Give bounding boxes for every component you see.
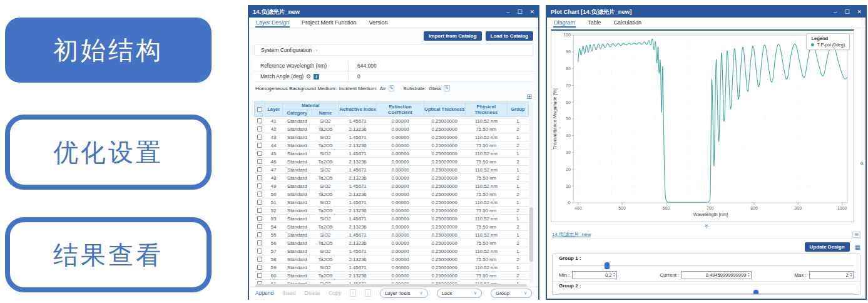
col-refractive-index[interactable]: Refractive Index: [339, 102, 376, 117]
row-checkbox-cell[interactable]: [255, 264, 265, 272]
table-row[interactable]: 42 Standard Ta2O5 2.13236 0.00000 0.2500…: [255, 125, 529, 133]
row-checkbox-cell[interactable]: [255, 198, 265, 207]
checkbox-icon[interactable]: [257, 208, 262, 213]
col-category[interactable]: Category: [282, 110, 312, 117]
checkbox-icon[interactable]: [257, 151, 262, 156]
checkbox-icon[interactable]: [257, 273, 262, 278]
row-checkbox-cell[interactable]: [255, 239, 265, 247]
expand-toggle-icon[interactable]: ⊞: [852, 232, 860, 238]
layer-tools-dropdown[interactable]: Layer Tools ∨: [380, 289, 428, 298]
table-row[interactable]: 48 Standard Ta2O5 2.13236 0.00000 0.2500…: [255, 174, 529, 182]
table-row[interactable]: 57 Standard SiO2 1.45671 0.00000 0.25000…: [255, 247, 529, 255]
nav-button-optimization-settings[interactable]: 优化设置: [5, 115, 212, 190]
checkbox-icon[interactable]: [257, 135, 262, 140]
row-checkbox-cell[interactable]: [255, 158, 265, 166]
table-row[interactable]: 41 Standard SiO2 1.45671 0.00000 0.25000…: [255, 117, 529, 125]
close-icon[interactable]: ✕: [529, 9, 534, 15]
row-checkbox-cell[interactable]: [255, 207, 265, 215]
table-row[interactable]: 53 Standard SiO2 1.45671 0.00000 0.25000…: [255, 215, 529, 223]
slider-thumb[interactable]: [605, 262, 610, 269]
col-material[interactable]: Material: [282, 102, 339, 110]
row-checkbox-cell[interactable]: [255, 117, 265, 125]
checkbox-icon[interactable]: [257, 240, 262, 245]
table-row[interactable]: 47 Standard SiO2 1.45671 0.00000 0.25000…: [255, 166, 529, 174]
spinner-icon[interactable]: ▴▾: [613, 272, 615, 277]
group-slider[interactable]: [559, 289, 854, 295]
reference-wavelength-field[interactable]: 644.000: [348, 61, 377, 71]
spinner-icon[interactable]: ▴▾: [748, 272, 749, 277]
col-extinction-coefficient[interactable]: Extinction Coefficient: [377, 102, 424, 117]
table-vertical-scrollbar[interactable]: [529, 101, 533, 284]
checkbox-icon[interactable]: [257, 175, 262, 180]
select-all-checkbox-header[interactable]: [255, 102, 265, 117]
col-optical-thickness[interactable]: Optical Thickness: [424, 102, 465, 117]
checkbox-icon[interactable]: [257, 265, 262, 270]
current-input[interactable]: 0.49459999999999▴▾: [682, 271, 751, 279]
row-checkbox-cell[interactable]: [255, 255, 265, 264]
checkbox-icon[interactable]: [257, 192, 262, 197]
checkbox-icon[interactable]: [257, 224, 262, 229]
edit-substrate-icon[interactable]: ✎: [444, 85, 450, 91]
move-down-icon[interactable]: ↓: [365, 289, 371, 297]
table-row[interactable]: 44 Standard Ta2O5 2.13236 0.00000 0.2500…: [255, 141, 529, 150]
table-row[interactable]: 50 Standard Ta2O5 2.13236 0.00000 0.2500…: [255, 190, 529, 198]
tab-diagram[interactable]: Diagram: [553, 18, 576, 28]
collapse-panel-icon[interactable]: «: [860, 159, 864, 167]
nav-button-initial-structure[interactable]: 初始结构: [5, 18, 212, 83]
menu-project-merit-function[interactable]: Project Merit Function: [301, 18, 357, 28]
checkbox-icon[interactable]: [257, 143, 262, 148]
checkbox-icon[interactable]: [257, 167, 262, 172]
table-row[interactable]: 59 Standard SiO2 1.45671 0.00000 0.25000…: [255, 264, 529, 272]
checkbox-icon[interactable]: [257, 200, 262, 205]
append-button[interactable]: Append: [255, 290, 273, 296]
row-checkbox-cell[interactable]: [255, 215, 265, 223]
table-row[interactable]: 49 Standard SiO2 1.45671 0.00000 0.25000…: [255, 182, 529, 190]
slider-thumb[interactable]: [753, 290, 758, 295]
min-input[interactable]: 0.2▴▾: [572, 271, 616, 279]
group-dropdown[interactable]: Group ∨: [491, 289, 532, 298]
maximize-icon[interactable]: ☐: [844, 9, 849, 15]
update-design-button[interactable]: Update Design: [805, 242, 850, 252]
table-row[interactable]: 45 Standard SiO2 1.45671 0.00000 0.25000…: [255, 150, 529, 158]
tab-calculation[interactable]: Calculation: [613, 18, 643, 28]
menu-layer-design[interactable]: Layer Design: [255, 18, 290, 28]
export-design-icon[interactable]: ▦: [855, 244, 860, 250]
insert-button[interactable]: Insert: [282, 290, 295, 296]
move-up-icon[interactable]: ↑: [350, 289, 356, 297]
info-icon[interactable]: i: [314, 74, 319, 80]
system-configuration-bar[interactable]: System Configuration ›: [254, 44, 533, 56]
col-layer[interactable]: Layer: [265, 102, 282, 117]
checkbox-icon[interactable]: [257, 232, 262, 237]
checkbox-icon[interactable]: [257, 257, 262, 262]
row-checkbox-cell[interactable]: [255, 247, 265, 255]
col-name[interactable]: Name: [312, 110, 339, 117]
table-row[interactable]: 58 Standard Ta2O5 2.13236 0.00000 0.2500…: [255, 255, 529, 264]
row-checkbox-cell[interactable]: [255, 166, 265, 174]
checkbox-icon[interactable]: [257, 126, 262, 131]
spinner-icon[interactable]: ▴▾: [850, 272, 852, 277]
max-input[interactable]: 2▴▾: [809, 271, 854, 279]
checkbox-icon[interactable]: [257, 118, 262, 123]
lock-dropdown[interactable]: Lock ∨: [437, 289, 482, 298]
checkbox-icon[interactable]: [257, 159, 262, 164]
row-checkbox-cell[interactable]: [255, 272, 265, 280]
table-row[interactable]: 52 Standard Ta2O5 2.13236 0.00000 0.2500…: [255, 207, 529, 215]
gear-icon[interactable]: ⚙: [306, 73, 311, 80]
minimize-icon[interactable]: –: [834, 9, 837, 15]
row-checkbox-cell[interactable]: [255, 141, 265, 150]
table-row[interactable]: 46 Standard Ta2O5 2.13236 0.00000 0.2500…: [255, 158, 529, 166]
copy-button[interactable]: Copy: [329, 290, 341, 296]
checkbox-icon[interactable]: [257, 107, 262, 112]
match-angle-field[interactable]: 0: [348, 71, 360, 81]
menu-version[interactable]: Version: [369, 18, 389, 28]
table-row[interactable]: 55 Standard SiO2 1.45671 0.00000 0.25000…: [255, 231, 529, 239]
row-checkbox-cell[interactable]: [255, 174, 265, 182]
close-icon[interactable]: ✕: [857, 9, 862, 15]
col-group[interactable]: Group: [507, 102, 528, 117]
table-row[interactable]: 61 Standard SiO2 1.45671 0.00000 0.25000…: [255, 280, 529, 284]
row-checkbox-cell[interactable]: [255, 133, 265, 141]
delete-button[interactable]: Delete: [305, 290, 320, 296]
row-checkbox-cell[interactable]: [255, 280, 265, 284]
import-from-catalog-button[interactable]: Import from Catalog: [424, 31, 481, 41]
load-to-catalog-button[interactable]: Load to Catalog: [486, 31, 533, 41]
